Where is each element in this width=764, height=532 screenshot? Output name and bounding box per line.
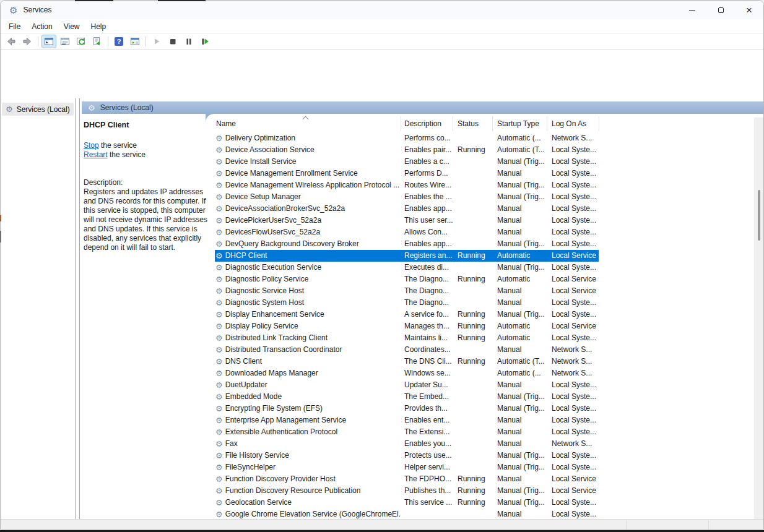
cell-log_on_as: Local Service — [547, 273, 599, 285]
show-console-tree-button[interactable] — [41, 35, 56, 48]
svg-text:?: ? — [117, 38, 121, 45]
start-service-button[interactable] — [149, 35, 164, 48]
description-text: Registers and updates IP addresses and D… — [84, 187, 212, 252]
service-name-text: Diagnostic System Host — [225, 297, 304, 309]
cell-description: Executes di... — [401, 262, 453, 273]
cell-status — [453, 215, 492, 226]
help-button[interactable]: ? — [111, 35, 126, 48]
cell-log_on_as: Network S... — [547, 132, 599, 144]
refresh-button[interactable] — [74, 35, 89, 48]
service-name-text: DevQuery Background Discovery Broker — [225, 238, 359, 250]
back-button[interactable] — [4, 35, 19, 48]
cell-name: ⚙Delivery Optimization — [215, 132, 401, 144]
column-header-status[interactable]: Status — [453, 116, 492, 132]
table-row[interactable]: ⚙Delivery OptimizationPerforms co...Auto… — [215, 132, 599, 144]
cell-description: This user ser... — [401, 215, 453, 226]
cell-description: Enables a c... — [401, 156, 453, 168]
service-name-text: Diagnostic Execution Service — [225, 262, 321, 273]
table-row[interactable]: ⚙FileSyncHelperHelper servi...Manual (Tr… — [215, 461, 599, 473]
table-row[interactable]: ⚙File History ServiceProtects use...Manu… — [215, 450, 599, 461]
cell-name: ⚙Device Association Service — [215, 144, 401, 156]
title-bar: ⚙ Services × — [1, 1, 763, 19]
service-name-text: Delivery Optimization — [225, 132, 295, 144]
table-row[interactable]: ⚙Device Management Wireless Application … — [215, 179, 599, 191]
service-name-text: DHCP Client — [225, 250, 267, 262]
service-gear-icon: ⚙ — [215, 346, 223, 354]
table-row[interactable]: ⚙Diagnostic Policy ServiceThe Diagno...R… — [215, 273, 599, 285]
properties-button[interactable] — [58, 35, 72, 48]
minimize-button[interactable] — [678, 1, 706, 19]
table-row[interactable]: ⚙DevicesFlowUserSvc_52a2aAllows Con...Ma… — [215, 226, 599, 238]
service-gear-icon: ⚙ — [215, 169, 223, 178]
service-name-text: Extensible Authentication Protocol — [225, 426, 337, 438]
table-row[interactable]: ⚙Diagnostic Service HostThe Diagno...Man… — [215, 285, 599, 297]
cell-description: Enables you... — [401, 438, 453, 450]
table-row[interactable]: ⚙Extensible Authentication ProtocolThe E… — [215, 426, 599, 438]
table-row[interactable]: ⚙Downloaded Maps ManagerWindows se...Aut… — [215, 367, 599, 379]
table-row[interactable]: ⚙Display Enhancement ServiceA service fo… — [215, 309, 599, 320]
table-row[interactable]: ⚙Enterprise App Management ServiceEnable… — [215, 414, 599, 426]
stop-service-button[interactable] — [165, 35, 180, 48]
column-divider[interactable] — [547, 116, 547, 131]
stop-service-link[interactable]: Stop — [84, 141, 99, 150]
cell-startup_type: Automatic — [492, 332, 547, 344]
column-divider[interactable] — [492, 116, 493, 131]
pause-service-button[interactable] — [181, 35, 196, 48]
table-row[interactable]: ⚙FaxEnables you...ManualNetwork S... — [215, 438, 599, 450]
cell-log_on_as: Local Service — [547, 320, 599, 332]
table-row[interactable]: ⚙DevQuery Background Discovery BrokerEna… — [215, 238, 599, 250]
table-row[interactable]: ⚙Display Policy ServiceManages th...Runn… — [215, 320, 599, 332]
menu-help[interactable]: Help — [85, 20, 112, 33]
table-row[interactable]: ⚙Distributed Transaction CoordinatorCoor… — [215, 344, 599, 356]
cell-description: Protects use... — [401, 450, 453, 461]
table-row[interactable]: ⚙DuetUpdaterUpdater Su...ManualLocal Sys… — [215, 379, 599, 391]
cell-name: ⚙DevicePickerUserSvc_52a2a — [215, 215, 401, 226]
table-row[interactable]: ⚙Distributed Link Tracking ClientMaintai… — [215, 332, 599, 344]
cell-status — [453, 226, 492, 238]
forward-button[interactable] — [20, 35, 35, 48]
table-row[interactable]: ⚙DHCP ClientRegisters an...RunningAutoma… — [215, 250, 599, 262]
service-name-text: Device Install Service — [225, 156, 297, 168]
cell-status — [453, 391, 492, 403]
scrollbar-thumb[interactable] — [758, 190, 760, 241]
tree-item-services-local[interactable]: ⚙ Services (Local) — [2, 103, 74, 116]
show-action-pane-button[interactable] — [128, 35, 142, 48]
table-row[interactable]: ⚙Diagnostic System HostThe Diagno...Manu… — [215, 297, 599, 309]
cell-status — [453, 426, 492, 438]
service-name-text: Diagnostic Policy Service — [225, 273, 309, 285]
cell-name: ⚙Display Policy Service — [215, 320, 401, 332]
menu-file[interactable]: File — [3, 20, 26, 33]
table-row[interactable]: ⚙Diagnostic Execution ServiceExecutes di… — [215, 262, 599, 273]
menu-view[interactable]: View — [58, 20, 85, 33]
column-divider[interactable] — [453, 116, 453, 131]
column-divider[interactable] — [401, 116, 401, 131]
table-row[interactable]: ⚙Encrypting File System (EFS)Provides th… — [215, 403, 599, 414]
cell-log_on_as: Local Syste... — [547, 497, 599, 508]
close-button[interactable]: × — [735, 1, 763, 19]
table-row[interactable]: ⚙Device Association ServiceEnables pair.… — [215, 144, 599, 156]
table-row[interactable]: ⚙Embedded ModeThe Embed...Manual (Trig..… — [215, 391, 599, 403]
column-header-startup-type[interactable]: Startup Type — [492, 116, 547, 132]
table-row[interactable]: ⚙DevicePickerUserSvc_52a2aThis user ser.… — [215, 215, 599, 226]
column-header-description[interactable]: Description — [401, 116, 453, 132]
menu-action[interactable]: Action — [26, 20, 58, 33]
table-row[interactable]: ⚙DeviceAssociationBrokerSvc_52a2aEnables… — [215, 203, 599, 215]
export-list-button[interactable] — [90, 35, 105, 48]
table-row[interactable]: ⚙Device Setup ManagerEnables the ...Manu… — [215, 191, 599, 203]
table-row[interactable]: ⚙Device Install ServiceEnables a c...Man… — [215, 156, 599, 168]
column-divider[interactable] — [599, 116, 599, 131]
restart-service-link[interactable]: Restart — [84, 150, 108, 159]
table-row[interactable]: ⚙Function Discovery Provider HostThe FDP… — [215, 473, 599, 485]
service-gear-icon: ⚙ — [215, 193, 223, 201]
table-row[interactable]: ⚙Function Discovery Resource Publication… — [215, 485, 599, 497]
cell-startup_type: Automatic (T... — [492, 356, 547, 367]
table-row[interactable]: ⚙Device Management Enrollment ServicePer… — [215, 168, 599, 179]
table-row[interactable]: ⚙DNS ClientThe DNS Cli...RunningAutomati… — [215, 356, 599, 367]
table-row[interactable]: ⚙Geolocation ServiceThis service ...Runn… — [215, 497, 599, 508]
vertical-scrollbar[interactable] — [754, 118, 764, 530]
cell-description: Registers an... — [401, 250, 453, 262]
maximize-button[interactable] — [706, 1, 735, 19]
cell-startup_type: Automatic (T... — [492, 144, 547, 156]
restart-service-button[interactable] — [198, 35, 212, 48]
column-header-log-on-as[interactable]: Log On As — [547, 116, 599, 132]
